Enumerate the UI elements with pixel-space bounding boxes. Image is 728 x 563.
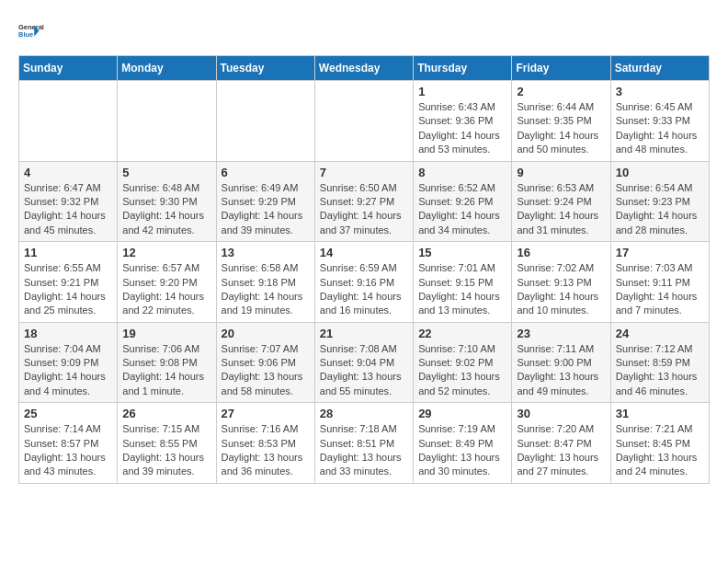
day-number: 8 bbox=[418, 166, 506, 179]
week-row-3: 11Sunrise: 6:55 AM Sunset: 9:21 PM Dayli… bbox=[19, 242, 710, 323]
day-number: 10 bbox=[616, 166, 704, 179]
calendar-cell: 19Sunrise: 7:06 AM Sunset: 9:08 PM Dayli… bbox=[118, 322, 216, 403]
day-number: 18 bbox=[24, 327, 112, 340]
calendar-cell: 2Sunrise: 6:44 AM Sunset: 9:35 PM Daylig… bbox=[512, 81, 610, 162]
calendar-cell: 25Sunrise: 7:14 AM Sunset: 8:57 PM Dayli… bbox=[19, 403, 118, 484]
day-number: 7 bbox=[320, 166, 408, 179]
calendar-cell: 23Sunrise: 7:11 AM Sunset: 9:00 PM Dayli… bbox=[512, 322, 610, 403]
calendar-cell: 1Sunrise: 6:43 AM Sunset: 9:36 PM Daylig… bbox=[414, 81, 512, 162]
day-info: Sunrise: 7:07 AM Sunset: 9:06 PM Dayligh… bbox=[222, 342, 310, 399]
day-info: Sunrise: 7:15 AM Sunset: 8:55 PM Dayligh… bbox=[122, 422, 210, 479]
day-number: 6 bbox=[222, 166, 310, 179]
day-number: 14 bbox=[320, 246, 408, 259]
calendar-cell: 31Sunrise: 7:21 AM Sunset: 8:45 PM Dayli… bbox=[610, 403, 709, 484]
calendar-cell bbox=[314, 81, 413, 162]
day-number: 17 bbox=[616, 246, 704, 259]
calendar-cell bbox=[118, 81, 216, 162]
calendar-cell: 24Sunrise: 7:12 AM Sunset: 8:59 PM Dayli… bbox=[610, 322, 709, 403]
day-info: Sunrise: 7:11 AM Sunset: 9:00 PM Dayligh… bbox=[517, 342, 605, 399]
day-number: 11 bbox=[24, 246, 112, 259]
calendar-cell: 28Sunrise: 7:18 AM Sunset: 8:51 PM Dayli… bbox=[314, 403, 413, 484]
day-number: 26 bbox=[122, 407, 210, 420]
day-info: Sunrise: 6:43 AM Sunset: 9:36 PM Dayligh… bbox=[418, 100, 506, 157]
calendar-table: SundayMondayTuesdayWednesdayThursdayFrid… bbox=[18, 55, 710, 484]
week-row-1: 1Sunrise: 6:43 AM Sunset: 9:36 PM Daylig… bbox=[19, 81, 710, 162]
calendar-cell: 8Sunrise: 6:52 AM Sunset: 9:26 PM Daylig… bbox=[414, 161, 512, 242]
calendar-cell: 6Sunrise: 6:49 AM Sunset: 9:29 PM Daylig… bbox=[216, 161, 314, 242]
calendar-cell: 4Sunrise: 6:47 AM Sunset: 9:32 PM Daylig… bbox=[19, 161, 118, 242]
day-number: 25 bbox=[24, 407, 112, 420]
calendar-cell: 21Sunrise: 7:08 AM Sunset: 9:04 PM Dayli… bbox=[314, 322, 413, 403]
day-number: 15 bbox=[418, 246, 506, 259]
calendar-cell: 22Sunrise: 7:10 AM Sunset: 9:02 PM Dayli… bbox=[414, 322, 512, 403]
day-info: Sunrise: 6:52 AM Sunset: 9:26 PM Dayligh… bbox=[418, 181, 506, 238]
day-info: Sunrise: 7:04 AM Sunset: 9:09 PM Dayligh… bbox=[24, 342, 112, 399]
day-info: Sunrise: 7:03 AM Sunset: 9:11 PM Dayligh… bbox=[616, 261, 704, 318]
calendar-cell: 18Sunrise: 7:04 AM Sunset: 9:09 PM Dayli… bbox=[19, 322, 118, 403]
day-info: Sunrise: 6:44 AM Sunset: 9:35 PM Dayligh… bbox=[517, 100, 605, 157]
day-info: Sunrise: 7:02 AM Sunset: 9:13 PM Dayligh… bbox=[517, 261, 605, 318]
day-number: 20 bbox=[222, 327, 310, 340]
day-info: Sunrise: 7:14 AM Sunset: 8:57 PM Dayligh… bbox=[24, 422, 112, 479]
calendar-cell: 13Sunrise: 6:58 AM Sunset: 9:18 PM Dayli… bbox=[216, 242, 314, 323]
day-number: 21 bbox=[320, 327, 408, 340]
day-info: Sunrise: 6:59 AM Sunset: 9:16 PM Dayligh… bbox=[320, 261, 408, 318]
calendar-cell: 7Sunrise: 6:50 AM Sunset: 9:27 PM Daylig… bbox=[314, 161, 413, 242]
calendar-cell: 27Sunrise: 7:16 AM Sunset: 8:53 PM Dayli… bbox=[216, 403, 314, 484]
calendar-cell bbox=[19, 81, 118, 162]
day-info: Sunrise: 7:12 AM Sunset: 8:59 PM Dayligh… bbox=[616, 342, 704, 399]
week-row-4: 18Sunrise: 7:04 AM Sunset: 9:09 PM Dayli… bbox=[19, 322, 710, 403]
day-header-sunday: Sunday bbox=[19, 56, 118, 81]
day-number: 23 bbox=[517, 327, 605, 340]
day-info: Sunrise: 7:08 AM Sunset: 9:04 PM Dayligh… bbox=[320, 342, 408, 399]
calendar-cell bbox=[216, 81, 314, 162]
day-info: Sunrise: 6:47 AM Sunset: 9:32 PM Dayligh… bbox=[24, 181, 112, 238]
day-header-saturday: Saturday bbox=[610, 56, 709, 81]
day-number: 1 bbox=[418, 85, 506, 98]
day-header-friday: Friday bbox=[512, 56, 610, 81]
day-number: 24 bbox=[616, 327, 704, 340]
day-info: Sunrise: 7:16 AM Sunset: 8:53 PM Dayligh… bbox=[222, 422, 310, 479]
day-info: Sunrise: 6:45 AM Sunset: 9:33 PM Dayligh… bbox=[616, 100, 704, 157]
calendar-cell: 12Sunrise: 6:57 AM Sunset: 9:20 PM Dayli… bbox=[118, 242, 216, 323]
day-number: 27 bbox=[222, 407, 310, 420]
day-number: 4 bbox=[24, 166, 112, 179]
calendar-cell: 17Sunrise: 7:03 AM Sunset: 9:11 PM Dayli… bbox=[610, 242, 709, 323]
week-row-2: 4Sunrise: 6:47 AM Sunset: 9:32 PM Daylig… bbox=[19, 161, 710, 242]
day-number: 12 bbox=[122, 246, 210, 259]
calendar-cell: 20Sunrise: 7:07 AM Sunset: 9:06 PM Dayli… bbox=[216, 322, 314, 403]
days-header-row: SundayMondayTuesdayWednesdayThursdayFrid… bbox=[19, 56, 710, 81]
day-number: 28 bbox=[320, 407, 408, 420]
day-number: 13 bbox=[222, 246, 310, 259]
calendar-cell: 9Sunrise: 6:53 AM Sunset: 9:24 PM Daylig… bbox=[512, 161, 610, 242]
day-number: 3 bbox=[616, 85, 704, 98]
day-number: 16 bbox=[517, 246, 605, 259]
day-info: Sunrise: 6:53 AM Sunset: 9:24 PM Dayligh… bbox=[517, 181, 605, 238]
calendar-cell: 26Sunrise: 7:15 AM Sunset: 8:55 PM Dayli… bbox=[118, 403, 216, 484]
day-number: 19 bbox=[122, 327, 210, 340]
calendar-cell: 10Sunrise: 6:54 AM Sunset: 9:23 PM Dayli… bbox=[610, 161, 709, 242]
day-number: 5 bbox=[122, 166, 210, 179]
day-header-tuesday: Tuesday bbox=[216, 56, 314, 81]
day-info: Sunrise: 6:57 AM Sunset: 9:20 PM Dayligh… bbox=[122, 261, 210, 318]
day-number: 2 bbox=[517, 85, 605, 98]
calendar-cell: 11Sunrise: 6:55 AM Sunset: 9:21 PM Dayli… bbox=[19, 242, 118, 323]
calendar-cell: 16Sunrise: 7:02 AM Sunset: 9:13 PM Dayli… bbox=[512, 242, 610, 323]
logo-icon: GeneralBlue bbox=[18, 18, 46, 46]
day-info: Sunrise: 7:06 AM Sunset: 9:08 PM Dayligh… bbox=[122, 342, 210, 399]
day-info: Sunrise: 7:20 AM Sunset: 8:47 PM Dayligh… bbox=[517, 422, 605, 479]
day-info: Sunrise: 7:01 AM Sunset: 9:15 PM Dayligh… bbox=[418, 261, 506, 318]
day-number: 22 bbox=[418, 327, 506, 340]
calendar-cell: 15Sunrise: 7:01 AM Sunset: 9:15 PM Dayli… bbox=[414, 242, 512, 323]
day-number: 9 bbox=[517, 166, 605, 179]
day-number: 29 bbox=[418, 407, 506, 420]
calendar-cell: 14Sunrise: 6:59 AM Sunset: 9:16 PM Dayli… bbox=[314, 242, 413, 323]
day-info: Sunrise: 7:18 AM Sunset: 8:51 PM Dayligh… bbox=[320, 422, 408, 479]
calendar-body: 1Sunrise: 6:43 AM Sunset: 9:36 PM Daylig… bbox=[19, 81, 710, 484]
svg-text:Blue: Blue bbox=[18, 30, 33, 39]
calendar-cell: 29Sunrise: 7:19 AM Sunset: 8:49 PM Dayli… bbox=[414, 403, 512, 484]
day-info: Sunrise: 6:58 AM Sunset: 9:18 PM Dayligh… bbox=[222, 261, 310, 318]
day-info: Sunrise: 6:49 AM Sunset: 9:29 PM Dayligh… bbox=[222, 181, 310, 238]
page-header: GeneralBlue bbox=[18, 18, 710, 46]
calendar-cell: 30Sunrise: 7:20 AM Sunset: 8:47 PM Dayli… bbox=[512, 403, 610, 484]
